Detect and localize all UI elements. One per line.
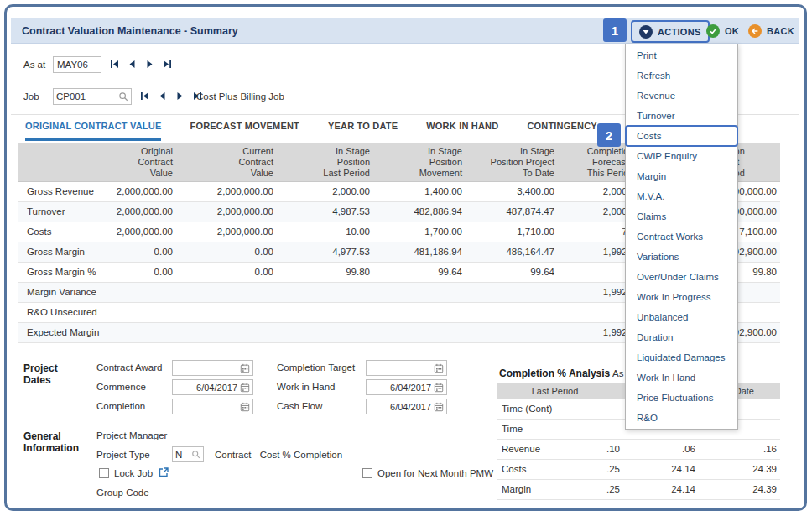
completion-target-field[interactable] xyxy=(366,360,447,376)
summary-cell: 10.00 xyxy=(277,222,373,242)
ca-cell: .25 xyxy=(569,460,623,480)
cash-flow-input[interactable] xyxy=(369,402,434,412)
summary-col-rowlabel xyxy=(18,143,109,182)
completion-target-input[interactable] xyxy=(369,363,434,373)
tab-work-in-hand[interactable]: WORK IN HAND xyxy=(426,117,498,141)
menu-item-unbalanced[interactable]: Unbalanced xyxy=(626,307,737,327)
summary-cell xyxy=(109,303,176,323)
summary-cell xyxy=(466,303,558,323)
ca-col-last-period: Last Period xyxy=(497,386,612,396)
back-button-label: BACK xyxy=(767,26,794,36)
ca-cell: 24.39 xyxy=(699,460,780,480)
summary-cell: 481,186.94 xyxy=(373,242,466,263)
tab-bar: ORIGINAL CONTRACT VALUE FORECAST MOVEMEN… xyxy=(25,117,597,141)
job-first-button[interactable] xyxy=(139,91,150,102)
menu-item-cwip-enquiry[interactable]: CWIP Enquiry xyxy=(626,146,737,166)
lock-job-checkbox[interactable] xyxy=(99,468,109,478)
actions-button[interactable]: ACTIONS xyxy=(631,20,710,43)
menu-item-price-fluctuations[interactable]: Price Fluctuations xyxy=(626,388,737,408)
project-type-input[interactable] xyxy=(175,450,191,460)
menu-item-refresh[interactable]: Refresh xyxy=(626,65,737,86)
work-in-hand-field[interactable] xyxy=(366,379,447,395)
ok-button[interactable]: OK xyxy=(706,24,739,38)
completion-input[interactable] xyxy=(175,402,240,412)
menu-item-print[interactable]: Print xyxy=(626,45,737,65)
ok-button-label: OK xyxy=(725,26,739,36)
calendar-icon[interactable] xyxy=(434,383,444,393)
menu-item-duration[interactable]: Duration xyxy=(626,327,737,347)
completion-analysis-note: As xyxy=(612,368,623,378)
job-record-nav xyxy=(139,91,203,102)
menu-item-r-and-o[interactable]: R&O xyxy=(626,408,737,428)
as-at-last-button[interactable] xyxy=(162,59,173,70)
menu-item-margin[interactable]: Margin xyxy=(626,166,737,186)
summary-cell: 4,987.53 xyxy=(277,202,373,222)
job-field[interactable] xyxy=(53,88,132,105)
menu-item-work-in-hand[interactable]: Work In Hand xyxy=(626,367,737,388)
job-input[interactable] xyxy=(56,91,118,102)
cash-flow-label: Cash Flow xyxy=(277,401,322,411)
menu-item-liquidated-damages[interactable]: Liquidated Damages xyxy=(626,347,737,367)
calendar-icon[interactable] xyxy=(240,363,250,373)
calendar-icon[interactable] xyxy=(240,383,250,393)
menu-item-variations[interactable]: Variations xyxy=(626,247,737,267)
completion-field[interactable] xyxy=(172,399,253,414)
cash-flow-field[interactable] xyxy=(366,399,447,414)
back-button[interactable]: BACK xyxy=(748,24,794,38)
tab-original-contract-value[interactable]: ORIGINAL CONTRACT VALUE xyxy=(25,117,161,141)
row-label: Costs xyxy=(497,460,569,480)
tab-year-to-date[interactable]: YEAR TO DATE xyxy=(328,117,398,141)
menu-item-revenue[interactable]: Revenue xyxy=(626,86,737,106)
project-type-label: Project Type xyxy=(96,450,150,460)
summary-cell: 0.00 xyxy=(109,242,176,263)
contract-award-field[interactable] xyxy=(172,360,253,376)
as-at-next-button[interactable] xyxy=(144,59,155,70)
annotation-step-2: 2 xyxy=(597,123,621,147)
summary-cell xyxy=(109,283,176,303)
summary-cell: 2,000,000.00 xyxy=(176,222,277,242)
summary-cell: 0.00 xyxy=(176,242,277,263)
row-label: Turnover xyxy=(18,202,109,222)
row-margin-pct: Margin .25 24.14 24.39 xyxy=(497,480,780,500)
row-costs-pct: Costs .25 24.14 24.39 xyxy=(497,460,780,480)
project-type-field[interactable] xyxy=(172,446,204,462)
job-label: Job xyxy=(23,91,39,102)
summary-cell: 2,000,000.00 xyxy=(109,202,176,222)
menu-item-mva[interactable]: M.V.A. xyxy=(626,186,737,206)
menu-item-claims[interactable]: Claims xyxy=(626,206,737,227)
calendar-icon[interactable] xyxy=(240,402,250,412)
job-next-button[interactable] xyxy=(174,91,185,102)
app-window: Contract Valuation Maintenance - Summary… xyxy=(4,4,807,511)
project-type-search-icon[interactable] xyxy=(191,450,200,459)
open-next-month-checkbox[interactable] xyxy=(362,468,372,478)
as-at-first-button[interactable] xyxy=(109,59,120,70)
menu-item-work-in-progress[interactable]: Work In Progress xyxy=(626,287,737,307)
job-previous-button[interactable] xyxy=(157,91,168,102)
arrow-left-icon xyxy=(748,24,762,38)
as-at-input[interactable] xyxy=(53,56,102,73)
project-dates-title: Project Dates xyxy=(23,362,70,386)
row-label: Margin xyxy=(497,480,569,500)
menu-item-contract-works[interactable]: Contract Works xyxy=(626,227,737,247)
summary-cell xyxy=(277,283,373,303)
calendar-icon[interactable] xyxy=(434,402,444,412)
tab-contingency[interactable]: CONTINGENCY xyxy=(527,117,596,141)
menu-item-turnover[interactable]: Turnover xyxy=(626,106,737,126)
summary-cell xyxy=(176,323,277,343)
contract-award-input[interactable] xyxy=(175,363,240,373)
commence-input[interactable] xyxy=(175,383,240,393)
commence-label: Commence xyxy=(96,382,146,392)
tab-forecast-movement[interactable]: FORECAST MOVEMENT xyxy=(190,117,299,141)
calendar-icon[interactable] xyxy=(434,363,444,373)
row-label: Gross Margin % xyxy=(18,263,109,283)
menu-item-over-under-claims[interactable]: Over/Under Claims xyxy=(626,267,737,287)
chevron-down-icon xyxy=(639,25,653,39)
commence-field[interactable] xyxy=(172,379,253,395)
work-in-hand-input[interactable] xyxy=(369,383,434,393)
external-link-icon[interactable] xyxy=(158,466,169,478)
as-at-previous-button[interactable] xyxy=(127,59,138,70)
job-search-icon[interactable] xyxy=(118,91,128,102)
menu-item-costs[interactable]: Costs xyxy=(626,126,737,146)
summary-cell: 4,977.53 xyxy=(277,242,373,263)
ca-cell: .06 xyxy=(623,440,699,460)
